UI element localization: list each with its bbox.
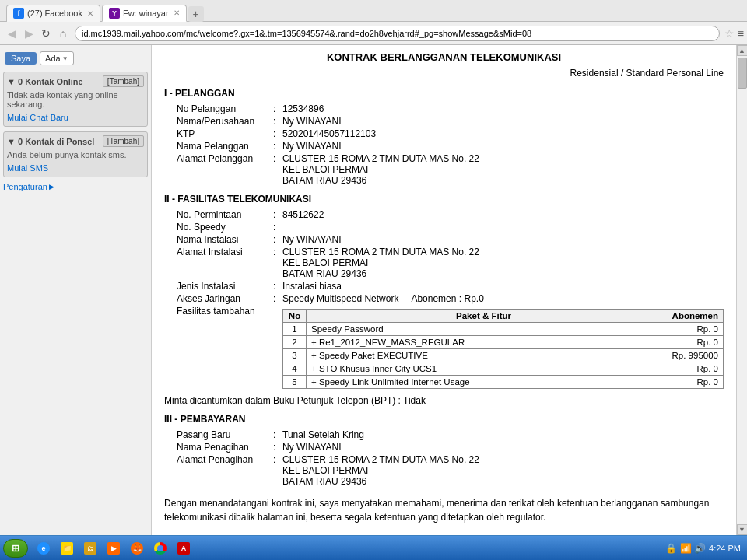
taskbar: ⊞ e 📁 🗂 ▶ 🦊 A 🔒	[0, 535, 747, 560]
value-nama-perusahaan: Ny WINAYANI	[282, 116, 724, 127]
mulai-chat-link[interactable]: Mulai Chat Baru	[7, 113, 68, 122]
tab-yahoo-close[interactable]: ✕	[174, 9, 180, 17]
mulai-sms-link[interactable]: Mulai SMS	[7, 163, 48, 173]
table-cell-abonemen: Rp. 0	[661, 362, 724, 376]
kontak-ponsel-text: Anda belum punya kontak sms.	[7, 150, 144, 159]
kontak-ponsel-section: ▼ 0 Kontak di Ponsel [Tambah] Anda belum…	[3, 131, 148, 177]
value-nama-instalasi: Ny WINAYANI	[282, 234, 724, 245]
content-area: KONTRAK BERLANGGANAN TELEKOMUNIKASI Resi…	[152, 45, 736, 535]
table-cell-abonemen: Rp. 0	[661, 323, 724, 336]
tab-yahoo[interactable]: Y Fw: winayar ✕	[102, 5, 187, 22]
value-nama-pelanggan: Ny WINAYANI	[282, 141, 724, 152]
taskbar-right: 🔒 📶 🔊 4:24 PM	[665, 543, 744, 554]
table-cell-no: 5	[283, 376, 307, 389]
taskbar-app-ie[interactable]: e	[33, 539, 54, 558]
label-akses-jaringan: Akses Jaringan	[164, 293, 273, 304]
taskbar-app-firefox[interactable]: 🦊	[126, 539, 148, 558]
ada-dropdown[interactable]: Ada ▼	[40, 51, 74, 65]
nav-bar: ◀ ▶ ↻ ⌂ ☆ ≡	[0, 22, 747, 45]
kontak-online-section: ▼ 0 Kontak Online [Tambah] Tidak ada kon…	[3, 72, 148, 127]
tab-facebook[interactable]: f (27) Facebook ✕	[6, 5, 100, 22]
bookmark-icon[interactable]: ☆	[724, 27, 735, 40]
pengaturan-link[interactable]: Pengaturan ▶	[3, 182, 148, 191]
taskbar-time: 4:24 PM	[709, 544, 741, 553]
firefox-icon: 🦊	[131, 542, 143, 555]
saya-button[interactable]: Saya	[5, 52, 37, 65]
label-jenis-instalasi: Jenis Instalasi	[164, 281, 273, 292]
field-no-pelanggan: No Pelanggan : 12534896	[164, 103, 724, 114]
refresh-button[interactable]: ↻	[37, 25, 54, 42]
field-pasang-baru: Pasang Baru : Tunai Setelah Kring	[164, 429, 724, 440]
fasilitas-table: No Paket & Fitur Abonemen 1 Speedy Passw…	[282, 309, 724, 389]
chrome-icon	[154, 542, 167, 555]
folder-icon: 🗂	[84, 542, 96, 555]
facebook-favicon: f	[13, 8, 24, 19]
taskbar-app-files[interactable]: 📁	[56, 539, 78, 558]
content-with-scroll: KONTRAK BERLANGGANAN TELEKOMUNIKASI Resi…	[152, 45, 747, 535]
value-ktp: 520201445057112103	[282, 128, 724, 139]
kontak-online-tambah[interactable]: [Tambah]	[103, 75, 144, 87]
value-alamat-instalasi: CLUSTER 15 ROMA 2 TMN DUTA MAS No. 22 KE…	[282, 247, 724, 279]
scroll-down-button[interactable]: ▼	[737, 524, 748, 535]
taskbar-app-folder[interactable]: 🗂	[79, 539, 101, 558]
kontak-ponsel-header: ▼ 0 Kontak di Ponsel [Tambah]	[7, 135, 144, 147]
table-cell-abonemen: Rp. 0	[661, 336, 724, 349]
field-no-permintaan: No. Permintaan : 84512622	[164, 209, 724, 220]
tab-facebook-close[interactable]: ✕	[87, 9, 93, 18]
label-no-speedy: No. Speedy	[164, 222, 273, 233]
scroll-thumb[interactable]	[738, 58, 747, 89]
label-no-pelanggan: No Pelanggan	[164, 103, 273, 114]
kontak-ponsel-tambah[interactable]: [Tambah]	[103, 135, 144, 147]
home-button[interactable]: ⌂	[54, 25, 72, 42]
value-jenis-instalasi: Instalasi biasa	[282, 281, 724, 292]
scroll-up-button[interactable]: ▲	[737, 45, 748, 56]
table-header-no: No	[283, 310, 307, 323]
table-cell-paket: + STO Khusus Inner City UCS1	[307, 362, 661, 376]
taskbar-system-icons: 🔒 📶 🔊	[665, 543, 706, 554]
antivirus-icon: A	[177, 542, 190, 555]
title-bar: f (27) Facebook ✕ Y Fw: winayar ✕ +	[0, 0, 747, 22]
label-alamat-instalasi: Alamat Instalasi	[164, 247, 273, 279]
section-pelanggan-header: I - PELANGGAN	[164, 88, 724, 99]
table-cell-no: 3	[283, 349, 307, 362]
kontak-online-header: ▼ 0 Kontak Online [Tambah]	[7, 75, 144, 87]
field-nama-perusahaan: Nama/Perusahaan : Ny WINAYANI	[164, 116, 724, 127]
field-ktp: KTP : 520201445057112103	[164, 128, 724, 139]
value-akses-jaringan: Speedy Multispeed Network Abonemen : Rp.…	[282, 293, 724, 304]
kontak-online-count: ▼ 0 Kontak Online	[7, 77, 83, 86]
field-no-speedy: No. Speedy :	[164, 222, 724, 233]
taskbar-app-media[interactable]: ▶	[103, 539, 124, 558]
disclaimer: Dengan menandatangani kontrak ini, saya …	[164, 496, 724, 524]
address-bar[interactable]	[75, 26, 720, 41]
forward-button[interactable]: ▶	[20, 25, 37, 42]
media-icon: ▶	[107, 542, 120, 555]
start-button[interactable]: ⊞	[3, 539, 28, 558]
new-tab-button[interactable]: +	[188, 6, 204, 22]
taskbar-app-antivirus[interactable]: A	[173, 539, 195, 558]
pengaturan-arrow-icon: ▶	[49, 183, 54, 191]
taskbar-app-chrome[interactable]	[149, 539, 171, 558]
table-cell-no: 4	[283, 362, 307, 376]
table-cell-paket: + Re1_2012_NEW_MASS_REGULAR	[307, 336, 661, 349]
table-cell-paket: + Speedy-Link Unlimited Internet Usage	[307, 376, 661, 389]
field-nama-pelanggan: Nama Pelanggan : Ny WINAYANI	[164, 141, 724, 152]
right-scrollbar: ▲ ▼	[736, 45, 747, 535]
taskbar-apps: e 📁 🗂 ▶ 🦊 A	[33, 539, 665, 558]
value-pasang-baru: Tunai Setelah Kring	[282, 429, 724, 440]
value-no-permintaan: 84512622	[282, 209, 724, 220]
value-no-pelanggan: 12534896	[282, 103, 724, 114]
email-title: KONTRAK BERLANGGANAN TELEKOMUNIKASI	[164, 51, 724, 63]
table-row: 4 + STO Khusus Inner City UCS1 Rp. 0	[283, 362, 724, 376]
label-ktp: KTP	[164, 128, 273, 139]
menu-icon[interactable]: ≡	[738, 27, 744, 40]
table-row: 2 + Re1_2012_NEW_MASS_REGULAR Rp. 0	[283, 336, 724, 349]
field-alamat-pelanggan: Alamat Pelanggan : CLUSTER 15 ROMA 2 TMN…	[164, 153, 724, 186]
table-cell-abonemen: Rp. 995000	[661, 349, 724, 362]
field-alamat-instalasi: Alamat Instalasi : CLUSTER 15 ROMA 2 TMN…	[164, 247, 724, 279]
table-header-paket: Paket & Fitur	[307, 310, 661, 323]
field-nama-instalasi: Nama Instalasi : Ny WINAYANI	[164, 234, 724, 245]
main-layout: Saya Ada ▼ ▼ 0 Kontak Online [Tambah] Ti…	[0, 45, 747, 535]
table-cell-abonemen: Rp. 0	[661, 376, 724, 389]
browser-window: f (27) Facebook ✕ Y Fw: winayar ✕ + ◀ ▶ …	[0, 0, 747, 535]
back-button[interactable]: ◀	[3, 25, 20, 42]
